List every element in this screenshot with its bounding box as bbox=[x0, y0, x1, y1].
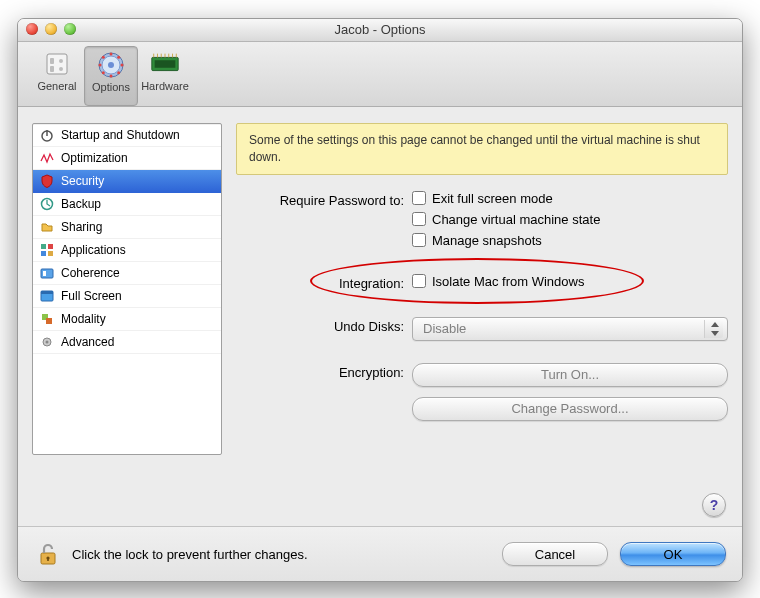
ok-button[interactable]: OK bbox=[620, 542, 726, 566]
svg-point-7 bbox=[108, 62, 114, 68]
general-icon bbox=[41, 48, 73, 80]
toolbar-options[interactable]: Options bbox=[84, 46, 138, 106]
toolbar-options-label: Options bbox=[92, 81, 130, 93]
sidebar-item-label: Sharing bbox=[61, 220, 102, 234]
sidebar-item-sharing[interactable]: Sharing bbox=[33, 216, 221, 239]
toolbar: General Options bbox=[18, 42, 742, 107]
checkbox-exit-fullscreen-label: Exit full screen mode bbox=[432, 191, 553, 206]
svg-rect-29 bbox=[48, 244, 53, 249]
checkbox-manage-snapshots-label: Manage snapshots bbox=[432, 233, 542, 248]
power-icon bbox=[39, 127, 55, 143]
modality-icon bbox=[39, 311, 55, 327]
change-password-button-label: Change Password... bbox=[511, 401, 628, 416]
sidebar-item-backup[interactable]: Backup bbox=[33, 193, 221, 216]
window-controls bbox=[26, 23, 76, 35]
lock-icon[interactable] bbox=[34, 540, 62, 568]
checkbox-exit-fullscreen[interactable]: Exit full screen mode bbox=[412, 191, 728, 206]
options-window: Jacob - Options General bbox=[17, 18, 743, 582]
sidebar-item-label: Startup and Shutdown bbox=[61, 128, 180, 142]
undo-disks-select[interactable]: Disable bbox=[412, 317, 728, 341]
fullscreen-icon bbox=[39, 288, 55, 304]
svg-rect-33 bbox=[43, 271, 46, 276]
checkbox-manage-snapshots-input[interactable] bbox=[412, 233, 426, 247]
svg-point-3 bbox=[59, 59, 63, 63]
sidebar-item-advanced[interactable]: Advanced bbox=[33, 331, 221, 354]
zoom-button[interactable] bbox=[64, 23, 76, 35]
sidebar-item-label: Advanced bbox=[61, 335, 114, 349]
svg-point-13 bbox=[117, 56, 120, 59]
svg-rect-30 bbox=[41, 251, 46, 256]
svg-rect-2 bbox=[50, 66, 54, 72]
help-button[interactable]: ? bbox=[702, 493, 726, 517]
hardware-icon bbox=[149, 48, 181, 80]
checkbox-change-state-label: Change virtual machine state bbox=[432, 212, 600, 227]
warning-banner: Some of the settings on this page cannot… bbox=[236, 123, 728, 175]
cancel-button-label: Cancel bbox=[535, 547, 575, 562]
svg-point-11 bbox=[121, 64, 124, 67]
checkbox-change-state-input[interactable] bbox=[412, 212, 426, 226]
sidebar-item-coherence[interactable]: Coherence bbox=[33, 262, 221, 285]
checkbox-isolate-mac-label: Isolate Mac from Windows bbox=[432, 274, 584, 289]
change-password-button[interactable]: Change Password... bbox=[412, 397, 728, 421]
checkbox-isolate-mac-input[interactable] bbox=[412, 274, 426, 288]
svg-point-12 bbox=[102, 56, 105, 59]
svg-rect-31 bbox=[48, 251, 53, 256]
sidebar-item-optimization[interactable]: Optimization bbox=[33, 147, 221, 170]
svg-rect-35 bbox=[41, 291, 53, 294]
applications-icon bbox=[39, 242, 55, 258]
sidebar-item-fullscreen[interactable]: Full Screen bbox=[33, 285, 221, 308]
toolbar-hardware-label: Hardware bbox=[141, 80, 189, 92]
turn-on-button[interactable]: Turn On... bbox=[412, 363, 728, 387]
svg-rect-17 bbox=[155, 60, 176, 68]
svg-point-4 bbox=[59, 67, 63, 71]
sidebar-item-security[interactable]: Security bbox=[33, 170, 221, 193]
svg-point-8 bbox=[110, 53, 113, 56]
ok-button-label: OK bbox=[664, 547, 683, 562]
gear-icon bbox=[39, 334, 55, 350]
require-password-label: Require Password to: bbox=[236, 191, 412, 208]
options-icon bbox=[95, 49, 127, 81]
sidebar-item-label: Applications bbox=[61, 243, 126, 257]
options-sidebar: Startup and Shutdown Optimization Securi… bbox=[32, 123, 222, 455]
sidebar-item-applications[interactable]: Applications bbox=[33, 239, 221, 262]
help-icon: ? bbox=[710, 497, 719, 513]
checkbox-manage-snapshots[interactable]: Manage snapshots bbox=[412, 233, 728, 248]
svg-rect-32 bbox=[41, 269, 53, 278]
shield-icon bbox=[39, 173, 55, 189]
checkbox-change-state[interactable]: Change virtual machine state bbox=[412, 212, 728, 227]
sidebar-item-label: Optimization bbox=[61, 151, 128, 165]
content-area: Startup and Shutdown Optimization Securi… bbox=[32, 123, 728, 519]
toolbar-general[interactable]: General bbox=[30, 46, 84, 106]
sidebar-item-modality[interactable]: Modality bbox=[33, 308, 221, 331]
svg-rect-28 bbox=[41, 244, 46, 249]
encryption-label: Encryption: bbox=[236, 363, 412, 380]
sidebar-item-label: Security bbox=[61, 174, 104, 188]
toolbar-general-label: General bbox=[37, 80, 76, 92]
sidebar-item-startup[interactable]: Startup and Shutdown bbox=[33, 124, 221, 147]
select-arrows-icon bbox=[711, 322, 719, 336]
optimization-icon bbox=[39, 150, 55, 166]
svg-point-15 bbox=[117, 71, 120, 74]
backup-icon bbox=[39, 196, 55, 212]
svg-point-9 bbox=[110, 75, 113, 78]
security-pane: Some of the settings on this page cannot… bbox=[236, 123, 728, 519]
sidebar-item-label: Backup bbox=[61, 197, 101, 211]
cancel-button[interactable]: Cancel bbox=[502, 542, 608, 566]
lock-hint-text: Click the lock to prevent further change… bbox=[72, 547, 502, 562]
window-title: Jacob - Options bbox=[334, 22, 425, 37]
minimize-button[interactable] bbox=[45, 23, 57, 35]
svg-rect-42 bbox=[47, 558, 49, 561]
turn-on-button-label: Turn On... bbox=[541, 367, 599, 382]
checkbox-isolate-mac[interactable]: Isolate Mac from Windows bbox=[412, 274, 728, 289]
svg-rect-37 bbox=[46, 318, 52, 324]
checkbox-exit-fullscreen-input[interactable] bbox=[412, 191, 426, 205]
toolbar-hardware[interactable]: Hardware bbox=[138, 46, 192, 106]
close-button[interactable] bbox=[26, 23, 38, 35]
svg-point-14 bbox=[102, 71, 105, 74]
svg-rect-1 bbox=[50, 58, 54, 64]
svg-point-39 bbox=[46, 341, 49, 344]
sharing-icon bbox=[39, 219, 55, 235]
footer: Click the lock to prevent further change… bbox=[18, 526, 742, 581]
undo-disks-value: Disable bbox=[423, 321, 466, 336]
sidebar-item-label: Full Screen bbox=[61, 289, 122, 303]
